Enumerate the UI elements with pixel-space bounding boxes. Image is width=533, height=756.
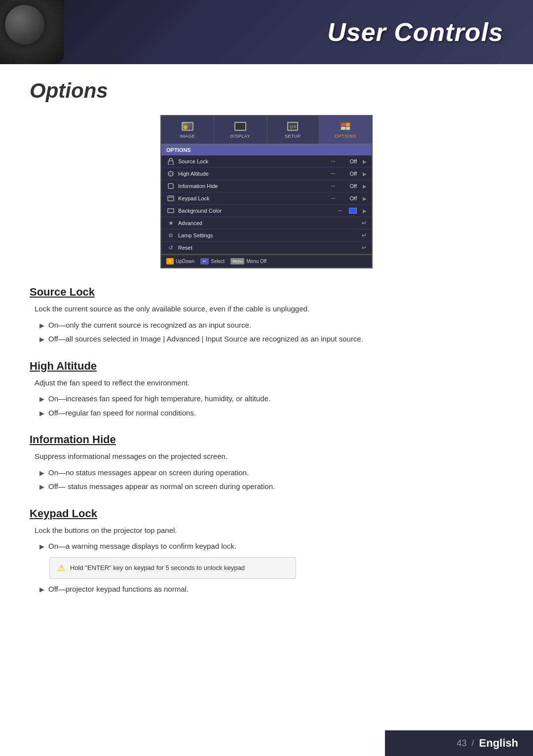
tab-setup-label: SETUP <box>285 134 301 139</box>
lampsettings-enter: ↵ <box>362 232 367 239</box>
reset-icon: ↺ <box>166 244 175 251</box>
infohide-bullet-2: Off— status messages appear as normal on… <box>48 481 275 492</box>
svg-rect-11 <box>168 209 174 213</box>
options-tab-icon <box>339 121 352 132</box>
svg-rect-7 <box>168 196 174 201</box>
highaltitude-bullet-2: Off—regular fan speed for normal conditi… <box>48 408 196 419</box>
keypadlock-arrow: ▶ <box>363 196 367 201</box>
menu-screenshot: IMAGE DISPLAY ⊙≡ SETUP <box>30 115 503 268</box>
tab-display-label: DISPLAY <box>230 134 250 139</box>
header-title: User Controls <box>327 17 503 47</box>
bgcolor-arrow: ▶ <box>363 208 367 214</box>
tab-setup[interactable]: ⊙≡ SETUP <box>267 116 320 144</box>
page-footer: 43 / English <box>385 730 533 756</box>
list-item: ▶ Off— status messages appear as normal … <box>39 481 503 492</box>
highaltitude-desc: Adjust the fan speed to reflect the envi… <box>30 378 503 389</box>
bullet-arrow-icon: ▶ <box>39 468 44 478</box>
keypadlock-bullets-2: ▶ Off—projector keypad functions as norm… <box>30 584 503 595</box>
infohide-section-title: Information Hide <box>30 433 503 446</box>
menu-row-keypadlock[interactable]: Keypad Lock Off ▶ <box>161 192 372 205</box>
advanced-enter: ↵ <box>362 220 367 227</box>
sourcelock-arrow: ▶ <box>363 159 367 164</box>
tab-image-label: IMAGE <box>180 134 195 139</box>
footer-separator: / <box>472 738 474 749</box>
advanced-label: Advanced <box>178 220 359 226</box>
bullet-arrow-icon: ▶ <box>39 394 44 404</box>
section-highaltitude: High Altitude Adjust the fan speed to re… <box>30 360 503 419</box>
setup-tab-icon: ⊙≡ <box>286 121 300 132</box>
updown-key-icon: ⬆ <box>166 258 174 265</box>
bullet-arrow-icon: ▶ <box>39 409 44 418</box>
page-header: User Controls <box>0 0 533 64</box>
bullet-arrow-icon: ▶ <box>39 335 44 344</box>
keypadlock-value: Off <box>342 195 357 201</box>
keypadlock-bullet-2: Off—projector keypad functions as normal… <box>48 584 189 595</box>
sourcelock-icon <box>166 158 175 165</box>
list-item: ▶ On—only the current source is recogniz… <box>39 320 503 331</box>
highaltitude-dots <box>331 173 335 174</box>
keypadlock-icon <box>166 195 175 202</box>
tab-options[interactable]: OPTIONS <box>319 116 372 144</box>
list-item: ▶ Off—all sources selected in Image | Ad… <box>39 334 503 345</box>
menu-row-reset[interactable]: ↺ Reset ↵ <box>161 242 372 254</box>
menu-row-advanced[interactable]: ★ Advanced ↵ <box>161 217 372 229</box>
sourcelock-bullet-2: Off—all sources selected in Image | Adva… <box>48 334 363 345</box>
list-item: ▶ Off—projector keypad functions as norm… <box>39 584 503 595</box>
tab-display[interactable]: DISPLAY <box>214 116 267 144</box>
menuoff-label: Menu Off <box>246 259 266 264</box>
menu-row-infohide[interactable]: Information Hide Off ▶ <box>161 180 372 192</box>
tab-options-label: OPTIONS <box>335 134 356 139</box>
menu-row-lampsettings[interactable]: ⚙ Lamp Settings ↵ <box>161 229 372 242</box>
menu-row-highaltitude[interactable]: High Altitude Off ▶ <box>161 168 372 180</box>
bgcolor-swatch <box>349 208 357 214</box>
keypadlock-dots <box>331 198 335 199</box>
svg-rect-6 <box>168 184 173 189</box>
svg-rect-10 <box>172 197 173 198</box>
menu-header-label: OPTIONS <box>166 147 191 153</box>
footer-select: ↵ Select <box>200 258 225 265</box>
language-label: English <box>479 737 518 750</box>
list-item: ▶ On—increases fan speed for high temper… <box>39 393 503 405</box>
warning-text: Hold "ENTER" key on keypad for 5 seconds… <box>70 564 245 571</box>
warning-box: ⚠ Hold "ENTER" key on keypad for 5 secon… <box>49 557 296 579</box>
bgcolor-icon <box>166 207 175 214</box>
menu-row-sourcelock[interactable]: Source Lock Off ▶ <box>161 155 372 168</box>
menu-tabs: IMAGE DISPLAY ⊙≡ SETUP <box>161 116 372 145</box>
infohide-dots <box>331 186 335 187</box>
tab-image[interactable]: IMAGE <box>161 116 214 144</box>
keypadlock-desc: Lock the buttons on the projector top pa… <box>30 525 503 536</box>
menu-box: IMAGE DISPLAY ⊙≡ SETUP <box>160 115 373 268</box>
main-content: Options IMAGE DISPLAY <box>0 64 533 639</box>
keypadlock-bullet-1: On—a warning message displays to confirm… <box>48 541 236 552</box>
menu-footer: ⬆ UpDown ↵ Select Menu Menu Off <box>161 254 372 267</box>
svg-rect-8 <box>169 197 170 198</box>
sourcelock-value: Off <box>342 158 357 164</box>
lampsettings-label: Lamp Settings <box>178 232 359 238</box>
page-title: Options <box>30 79 503 103</box>
lampsettings-icon: ⚙ <box>166 232 175 239</box>
infohide-value: Off <box>342 183 357 189</box>
menu-row-bgcolor[interactable]: Background Color ▶ <box>161 205 372 217</box>
svg-rect-0 <box>168 161 173 165</box>
keypadlock-label: Keypad Lock <box>178 195 328 201</box>
section-keypadlock: Keypad Lock Lock the buttons on the proj… <box>30 507 503 595</box>
infohide-desc: Suppress informational messages on the p… <box>30 451 503 462</box>
sourcelock-label: Source Lock <box>178 158 328 164</box>
highaltitude-bullets: ▶ On—increases fan speed for high temper… <box>30 393 503 418</box>
sourcelock-section-title: Source Lock <box>30 286 503 299</box>
display-tab-icon <box>233 121 247 132</box>
sourcelock-bullet-1: On—only the current source is recognized… <box>48 320 251 331</box>
bgcolor-label: Background Color <box>178 208 335 214</box>
updown-label: UpDown <box>176 259 194 264</box>
list-item: ▶ On—no status messages appear on screen… <box>39 467 503 479</box>
list-item: ▶ On—a warning message displays to confi… <box>39 541 503 552</box>
reset-label: Reset <box>178 245 359 251</box>
infohide-label: Information Hide <box>178 183 328 189</box>
bgcolor-dots <box>338 210 342 211</box>
section-infohide: Information Hide Suppress informational … <box>30 433 503 492</box>
keypadlock-bullets: ▶ On—a warning message displays to confi… <box>30 541 503 552</box>
reset-enter: ↵ <box>362 244 367 251</box>
image-tab-icon <box>181 121 194 132</box>
menu-key: Menu <box>230 258 244 265</box>
keypadlock-section-title: Keypad Lock <box>30 507 503 520</box>
